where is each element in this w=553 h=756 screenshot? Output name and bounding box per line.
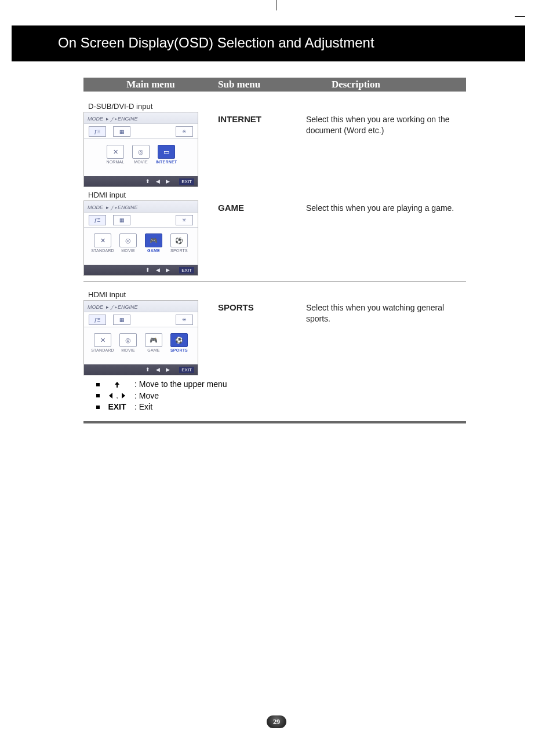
osd-tab-icon[interactable]: ▦ [113, 126, 130, 137]
osd-mode-sports[interactable]: ⚽SPORTS [169, 333, 190, 352]
up-arrow-icon [103, 381, 131, 389]
sub-menu-cell: GAME [218, 200, 306, 213]
osd-mode-icon: ◎ [119, 333, 137, 347]
section-divider [83, 421, 466, 423]
osd-tab-row: ƒΞ▦✳ [84, 124, 198, 139]
osd-panel: MODE ▸ 𝑓 ▸ ENGINEƒΞ▦✳✕STANDARD◎MOVIE🎮GAM… [83, 200, 198, 276]
osd-tab-icon[interactable]: ▦ [113, 215, 130, 225]
osd-mode-caption: NORMAL [106, 160, 124, 164]
osd-mode-normal[interactable]: ✕NORMAL [105, 145, 126, 164]
content-area: Main menu Sub menu Description D-SUB/DVI… [83, 78, 466, 423]
osd-breadcrumb-text: MODE ▸ 𝑓 ▸ ENGINE [88, 116, 138, 122]
description-cell: Select this when you watching general sp… [306, 300, 466, 324]
osd-footer: ⬆◀▶EXIT [84, 176, 198, 187]
main-menu-cell: MODE ▸ 𝑓 ▸ ENGINEƒΞ▦✳✕NORMAL◎MOVIE▭INTER… [83, 112, 218, 187]
header-sub-menu: Sub menu [218, 79, 306, 90]
osd-breadcrumb: MODE ▸ 𝑓 ▸ ENGINE [84, 112, 198, 124]
legend-up-text: : Move to the upper menu [134, 379, 227, 390]
osd-mode-standard[interactable]: ✕STANDARD [92, 333, 113, 352]
osd-exit-button[interactable]: EXIT [179, 367, 194, 373]
up-arrow-icon[interactable]: ⬆ [145, 178, 150, 184]
legend-exit-label: EXIT [103, 401, 131, 413]
osd-mode-game[interactable]: 🎮GAME [143, 333, 164, 352]
osd-mode-internet[interactable]: ▭INTERNET [156, 145, 177, 164]
document-page: On Screen Display(OSD) Selection and Adj… [0, 0, 553, 756]
osd-breadcrumb: MODE ▸ 𝑓 ▸ ENGINE [84, 201, 198, 213]
legend: : Move to the upper menu , : Move EXIT :… [96, 379, 466, 413]
table-header: Main menu Sub menu Description [83, 78, 466, 92]
osd-footer: ⬆◀▶EXIT [84, 364, 198, 375]
osd-tab-icon[interactable]: ✳ [176, 315, 193, 325]
osd-mode-icon: 🎮 [145, 333, 162, 347]
osd-body: ✕NORMAL◎MOVIE▭INTERNET [84, 139, 198, 176]
osd-panel: MODE ▸ 𝑓 ▸ ENGINEƒΞ▦✳✕STANDARD◎MOVIE🎮GAM… [83, 300, 198, 375]
crop-mark [515, 16, 525, 17]
osd-body: ✕STANDARD◎MOVIE🎮GAME⚽SPORTS [84, 228, 198, 265]
osd-mode-caption: GAME [147, 348, 159, 352]
bullet-icon [96, 406, 100, 409]
left-arrow-icon[interactable]: ◀ [156, 267, 160, 273]
osd-tab-icon[interactable]: ✳ [176, 215, 193, 225]
osd-mode-icon: ◎ [119, 233, 137, 247]
osd-mode-row: ✕STANDARD◎MOVIE🎮GAME⚽SPORTS [89, 333, 193, 352]
right-arrow-icon[interactable]: ▶ [166, 367, 170, 372]
osd-breadcrumb-text: MODE ▸ 𝑓 ▸ ENGINE [88, 204, 138, 211]
legend-line-up: : Move to the upper menu [96, 379, 466, 390]
left-arrow-icon[interactable]: ◀ [156, 367, 160, 372]
osd-mode-caption: MOVIE [134, 160, 148, 164]
osd-mode-standard[interactable]: ✕STANDARD [92, 233, 113, 253]
osd-mode-movie[interactable]: ◎MOVIE [118, 333, 139, 352]
sub-menu-cell: SPORTS [218, 300, 306, 312]
osd-breadcrumb: MODE ▸ 𝑓 ▸ ENGINE [84, 301, 198, 312]
osd-tab-icon[interactable]: ▦ [113, 315, 130, 325]
osd-mode-caption: SPORTS [170, 348, 188, 352]
osd-tab-row: ƒΞ▦✳ [84, 213, 198, 228]
osd-mode-caption: SPORTS [170, 249, 188, 253]
input-label: D-SUB/DVI-D input [88, 102, 466, 111]
osd-mode-game[interactable]: 🎮GAME [143, 233, 164, 253]
legend-exit-text: : Exit [134, 401, 152, 413]
osd-mode-movie[interactable]: ◎MOVIE [118, 233, 139, 253]
up-arrow-icon[interactable]: ⬆ [145, 267, 150, 273]
osd-mode-movie[interactable]: ◎MOVIE [130, 145, 151, 164]
osd-mode-caption: GAME [147, 249, 160, 253]
osd-mode-caption: MOVIE [121, 249, 135, 253]
table-row: MODE ▸ 𝑓 ▸ ENGINEƒΞ▦✳✕STANDARD◎MOVIE🎮GAM… [83, 300, 466, 375]
legend-move-text: : Move [134, 390, 159, 402]
main-menu-cell: MODE ▸ 𝑓 ▸ ENGINEƒΞ▦✳✕STANDARD◎MOVIE🎮GAM… [83, 200, 218, 276]
osd-exit-button[interactable]: EXIT [179, 178, 194, 185]
osd-mode-row: ✕NORMAL◎MOVIE▭INTERNET [89, 145, 193, 164]
section-divider [83, 282, 466, 282]
page-title: On Screen Display(OSD) Selection and Adj… [58, 35, 374, 51]
right-arrow-icon[interactable]: ▶ [166, 267, 170, 273]
osd-mode-row: ✕STANDARD◎MOVIE🎮GAME⚽SPORTS [89, 233, 193, 253]
osd-tab-icon[interactable]: ƒΞ [89, 315, 106, 325]
table-row: MODE ▸ 𝑓 ▸ ENGINEƒΞ▦✳✕NORMAL◎MOVIE▭INTER… [83, 112, 466, 187]
rows-container: D-SUB/DVI-D inputMODE ▸ 𝑓 ▸ ENGINEƒΞ▦✳✕N… [83, 102, 466, 375]
osd-panel: MODE ▸ 𝑓 ▸ ENGINEƒΞ▦✳✕NORMAL◎MOVIE▭INTER… [83, 112, 198, 187]
legend-line-move: , : Move [96, 390, 466, 402]
osd-tab-icon[interactable]: ✳ [176, 126, 193, 137]
osd-mode-icon: ✕ [107, 145, 124, 159]
crop-mark [276, 0, 277, 10]
left-arrow-icon[interactable]: ◀ [156, 178, 160, 184]
header-main-menu: Main menu [83, 79, 218, 90]
osd-exit-button[interactable]: EXIT [179, 267, 194, 273]
right-arrow-icon[interactable]: ▶ [166, 178, 170, 184]
table-row: MODE ▸ 𝑓 ▸ ENGINEƒΞ▦✳✕STANDARD◎MOVIE🎮GAM… [83, 200, 466, 276]
header-description: Description [306, 79, 466, 90]
input-label: HDMI input [88, 290, 466, 299]
osd-mode-caption: STANDARD [91, 348, 114, 352]
osd-mode-caption: STANDARD [91, 249, 114, 253]
osd-tab-icon[interactable]: ƒΞ [89, 126, 106, 137]
up-arrow-icon[interactable]: ⬆ [145, 367, 150, 372]
osd-mode-icon: ◎ [132, 145, 150, 159]
description-cell: Select this when you are playing a game. [306, 200, 466, 214]
osd-mode-sports[interactable]: ⚽SPORTS [169, 233, 190, 253]
osd-mode-icon: ⚽ [170, 333, 188, 347]
osd-tab-icon[interactable]: ƒΞ [89, 215, 106, 225]
page-number-badge: 29 [267, 715, 286, 728]
left-right-arrow-icon: , [103, 392, 131, 400]
bullet-icon [96, 383, 100, 386]
description-cell: Select this when you are working on the … [306, 112, 466, 136]
